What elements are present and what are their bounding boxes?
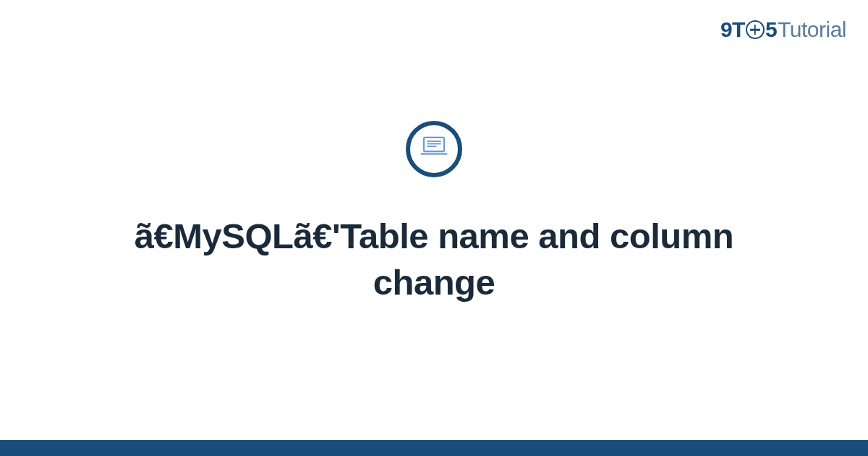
logo-circle-icon [746,20,765,39]
logo-text-5: 5 [765,17,777,42]
logo-text-tutorial: Tutorial [778,17,846,42]
laptop-icon [419,132,449,166]
page-title: ã€MySQLã€'Table name and column change [109,214,760,305]
laptop-icon-circle [406,121,462,177]
main-content: ã€MySQLã€'Table name and column change [0,121,868,305]
logo-text-t: T [732,17,745,42]
site-logo: 9 T 5 Tutorial [720,17,846,42]
logo-text-9: 9 [720,17,732,42]
footer-bar [0,440,868,456]
